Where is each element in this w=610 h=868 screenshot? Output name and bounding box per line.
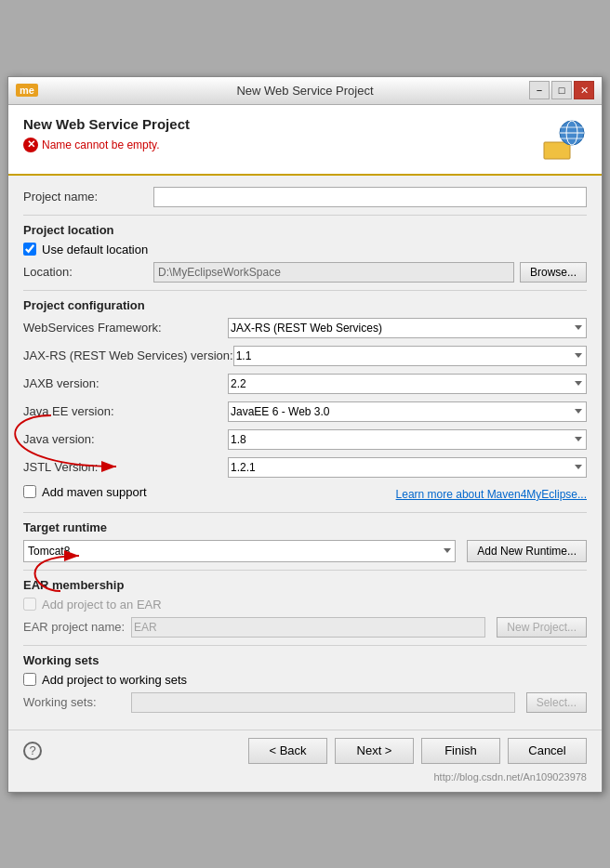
add-new-runtime-button[interactable]: Add New Runtime... — [467, 540, 587, 562]
divider-3 — [23, 512, 587, 513]
webservices-framework-label: WebServices Framework: — [23, 321, 228, 335]
add-maven-label: Add maven support — [42, 485, 147, 499]
project-location-label: Project location — [23, 223, 587, 237]
javaee-version-label: Java EE version: — [23, 404, 228, 418]
ear-membership-label: EAR membership — [23, 578, 587, 592]
error-message: ✕ Name cannot be empty. — [23, 138, 190, 152]
select-button[interactable]: Select... — [526, 692, 587, 713]
header-icon — [540, 116, 587, 163]
finish-button[interactable]: Finish — [421, 738, 500, 764]
svg-rect-0 — [544, 142, 570, 159]
divider-1 — [23, 215, 587, 216]
working-sets-select[interactable] — [131, 692, 515, 713]
use-default-location-text: Use default location — [42, 243, 148, 256]
help-icon[interactable]: ? — [23, 742, 42, 760]
divider-5 — [23, 645, 587, 646]
jstl-version-row: JSTL Version: 1.2.1 — [23, 457, 587, 478]
add-to-working-sets-row: Add project to working sets — [23, 673, 587, 687]
location-row: Location: Browse... — [23, 262, 587, 283]
back-button[interactable]: < Back — [248, 738, 327, 764]
add-to-ear-checkbox[interactable] — [23, 598, 36, 611]
me-badge: me — [16, 84, 38, 97]
use-default-location-row: Use default location — [23, 243, 587, 256]
add-to-working-sets-label: Add project to working sets — [42, 673, 187, 687]
footer-buttons: < Back Next > Finish Cancel — [248, 738, 587, 764]
watermark: http://blog.csdn.net/An109023978 — [23, 769, 587, 784]
java-version-label: Java version: — [23, 432, 228, 446]
titlebar: me New Web Service Project − □ ✕ — [8, 77, 602, 105]
project-name-row: Project name: — [23, 187, 587, 207]
ear-project-name-label: EAR project name: — [23, 620, 126, 634]
titlebar-title: New Web Service Project — [236, 84, 373, 98]
titlebar-controls: − □ ✕ — [529, 81, 594, 99]
project-config-label: Project configuration — [23, 298, 587, 312]
working-sets-label: Working sets: — [23, 695, 126, 709]
add-maven-checkbox-row: Add maven support — [23, 485, 147, 499]
jstl-version-select[interactable]: 1.2.1 — [228, 457, 587, 478]
header-text: New Web Service Project ✕ Name cannot be… — [23, 116, 190, 152]
location-label: Location: — [23, 265, 153, 279]
java-version-select[interactable]: 1.8 — [228, 429, 587, 450]
project-name-input[interactable] — [153, 187, 587, 207]
add-maven-checkbox[interactable] — [23, 485, 36, 498]
cancel-button[interactable]: Cancel — [508, 738, 587, 764]
jaxb-version-select[interactable]: 2.2 — [228, 374, 587, 394]
divider-2 — [23, 290, 587, 291]
titlebar-left: me — [16, 84, 38, 97]
project-name-label: Project name: — [23, 190, 153, 204]
java-version-row: Java version: 1.8 — [23, 429, 587, 450]
jaxb-version-row: JAXB version: 2.2 — [23, 374, 587, 394]
close-button[interactable]: ✕ — [574, 81, 594, 99]
jaxrs-version-row: JAX-RS (REST Web Services) version: 1.1 — [23, 346, 587, 366]
add-to-ear-row: Add project to an EAR — [23, 598, 587, 612]
jstl-version-label: JSTL Version: — [23, 460, 228, 474]
restore-button[interactable]: □ — [551, 81, 572, 99]
header-section: New Web Service Project ✕ Name cannot be… — [8, 105, 602, 176]
jaxrs-version-select[interactable]: 1.1 — [233, 346, 587, 366]
divider-4 — [23, 570, 587, 571]
error-text: Name cannot be empty. — [42, 138, 160, 151]
add-to-working-sets-checkbox[interactable] — [23, 673, 36, 686]
location-input[interactable] — [153, 262, 514, 283]
footer: ? < Back Next > Finish Cancel http://blo… — [8, 730, 602, 792]
javaee-version-select[interactable]: JavaEE 6 - Web 3.0 — [228, 401, 587, 422]
webservices-framework-row: WebServices Framework: JAX-RS (REST Web … — [23, 318, 587, 338]
main-window: me New Web Service Project − □ ✕ New Web… — [7, 76, 603, 793]
webservices-framework-select[interactable]: JAX-RS (REST Web Services) — [228, 318, 587, 338]
content-area: Project name: Project location Use defau… — [8, 176, 602, 730]
add-to-ear-label: Add project to an EAR — [42, 598, 162, 612]
browse-button[interactable]: Browse... — [520, 262, 587, 283]
ear-project-name-select[interactable]: EAR — [131, 617, 485, 638]
learn-more-link[interactable]: Learn more about Maven4MyEclipse... — [396, 488, 587, 501]
new-project-button[interactable]: New Project... — [497, 617, 587, 638]
use-default-location-checkbox[interactable] — [23, 243, 36, 256]
maven-row: Add maven support Learn more about Maven… — [23, 485, 587, 505]
minimize-button[interactable]: − — [529, 81, 550, 99]
working-sets-row: Working sets: Select... — [23, 692, 587, 713]
target-runtime-section-label: Target runtime — [23, 520, 587, 534]
target-runtime-select[interactable]: Tomcat8 — [23, 540, 456, 562]
javaee-version-row: Java EE version: JavaEE 6 - Web 3.0 — [23, 401, 587, 422]
target-runtime-row: Tomcat8 Add New Runtime... — [23, 540, 587, 562]
ear-project-name-row: EAR project name: EAR New Project... — [23, 617, 587, 638]
jaxb-version-label: JAXB version: — [23, 376, 228, 390]
working-sets-section-label: Working sets — [23, 653, 587, 667]
footer-help: ? < Back Next > Finish Cancel — [23, 738, 587, 764]
header-title: New Web Service Project — [23, 116, 190, 132]
jaxrs-version-label: JAX-RS (REST Web Services) version: — [23, 349, 233, 362]
error-icon: ✕ — [23, 138, 38, 152]
next-button[interactable]: Next > — [335, 738, 414, 764]
web-service-icon — [540, 116, 585, 161]
